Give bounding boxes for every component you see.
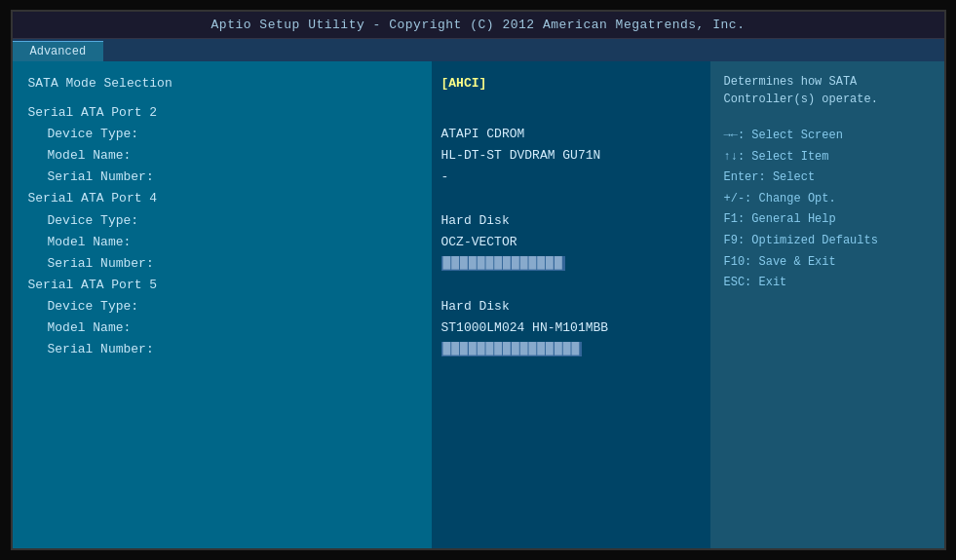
sata-mode-value[interactable]: [AHCI] <box>441 73 701 94</box>
port4-serial-value: ██████████████ <box>441 253 701 275</box>
port2-serial-value: - <box>441 167 701 188</box>
nav-f1-help: F1: General Help <box>724 209 931 231</box>
nav-select-item: ↑↓: Select Item <box>724 147 931 168</box>
port4-model-value: OCZ-VECTOR <box>441 232 701 253</box>
port2-label: Serial ATA Port 2 <box>28 102 416 124</box>
port5-device-label: Device Type: <box>28 296 416 317</box>
port4-model-label: Model Name: <box>28 232 416 253</box>
port2-serial-label: Serial Number: <box>28 167 416 188</box>
nav-f10-save: F10: Save & Exit <box>724 252 931 274</box>
port4-device-label: Device Type: <box>28 210 416 232</box>
nav-esc-exit: ESC: Exit <box>724 273 931 294</box>
left-panel: SATA Mode Selection Serial ATA Port 2 De… <box>13 61 432 548</box>
help-text: Determines how SATA Controller(s) operat… <box>724 73 931 108</box>
nav-enter-select: Enter: Select <box>724 168 931 189</box>
port5-model-value: ST1000LM024 HN-M101MBB <box>441 317 701 339</box>
port2-model-value: HL-DT-ST DVDRAM GU71N <box>441 145 701 167</box>
nav-select-screen: →←: Select Screen <box>724 126 931 147</box>
port5-serial-value: ████████████████ <box>441 339 701 360</box>
tab-bar: Advanced <box>13 39 944 61</box>
port4-serial-label: Serial Number: <box>28 253 416 275</box>
port4-device-value: Hard Disk <box>441 210 701 232</box>
port5-label: Serial ATA Port 5 <box>28 275 416 296</box>
nav-f9-defaults: F9: Optimized Defaults <box>724 231 931 252</box>
value-panel: [AHCI] ATAPI CDROM HL-DT-ST DVDRAM GU71N… <box>432 61 710 548</box>
title-bar: Aptio Setup Utility - Copyright (C) 2012… <box>13 12 944 39</box>
port5-device-value: Hard Disk <box>441 296 701 317</box>
tab-advanced[interactable]: Advanced <box>13 41 104 61</box>
port5-serial-label: Serial Number: <box>28 339 416 360</box>
port4-label: Serial ATA Port 4 <box>28 188 416 209</box>
help-panel: Determines how SATA Controller(s) operat… <box>710 61 944 548</box>
port2-model-label: Model Name: <box>28 145 416 167</box>
sata-mode-label: SATA Mode Selection <box>28 73 416 94</box>
nav-change-opt: +/-: Change Opt. <box>724 189 931 210</box>
port5-model-label: Model Name: <box>28 317 416 339</box>
nav-keys: →←: Select Screen ↑↓: Select Item Enter:… <box>724 126 931 294</box>
main-area: SATA Mode Selection Serial ATA Port 2 De… <box>13 61 944 548</box>
port2-device-value: ATAPI CDROM <box>441 124 701 145</box>
port2-device-label: Device Type: <box>28 124 416 145</box>
